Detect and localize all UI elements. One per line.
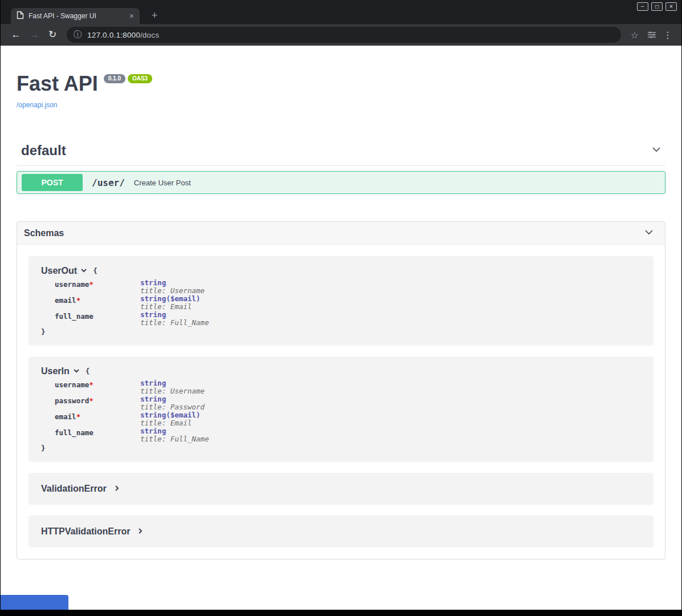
property-title: title: Username (140, 387, 209, 395)
schemas-section: Schemas UserOut { username* string title… (17, 221, 665, 560)
model-toggle[interactable]: UserIn (41, 366, 80, 376)
browser-toolbar: ← → ↻ ⓘ 127.0.0.1:8000/docs ☆ ⋮ (1, 24, 681, 46)
property-row: username* string title: Username (55, 379, 209, 395)
model-toggle[interactable]: UserOut (41, 266, 87, 276)
required-star: * (89, 280, 94, 289)
menu-button[interactable]: ⋮ (661, 30, 675, 40)
oas-badge: OAS3 (128, 74, 152, 83)
chevron-down-icon (651, 144, 662, 157)
minimize-button[interactable]: − (637, 2, 648, 11)
brace-close: } (41, 328, 641, 336)
property-row: email* string($email) title: Email (55, 411, 209, 427)
schemas-title: Schemas (24, 228, 64, 238)
property-title: title: Full_Name (140, 435, 209, 443)
model-rows: username* string title: Username passwor… (55, 379, 209, 443)
property-name: full_name (55, 428, 94, 437)
maximize-button[interactable]: □ (651, 2, 663, 11)
property-name: email (55, 412, 76, 421)
property-title: title: Full_Name (140, 319, 209, 327)
model-properties: username* string title: Username passwor… (55, 379, 209, 443)
brace-close: } (41, 444, 641, 452)
schema-model[interactable]: ValidationError (29, 473, 653, 505)
property-name: email (55, 296, 76, 305)
property-row: password* string title: Password (55, 395, 209, 411)
new-tab-button[interactable]: + (148, 9, 161, 22)
chevron-down-icon (80, 267, 87, 275)
window-controls: − □ × (637, 2, 677, 11)
api-title-text: Fast API (17, 72, 98, 96)
page-icon (17, 11, 24, 22)
status-bubble (1, 595, 68, 610)
swagger-page: Fast API 0.1.0 OAS3 /openapi.json defaul… (1, 72, 681, 560)
forward-button[interactable]: → (26, 27, 43, 43)
schemas-models: UserOut { username* string title: Userna… (17, 245, 665, 559)
property-title: title: Password (140, 403, 209, 411)
required-star: * (89, 396, 94, 405)
chevron-down-icon (643, 226, 655, 240)
model-title: HTTPValidationError (41, 526, 130, 537)
schema-model: UserOut { username* string title: Userna… (29, 256, 653, 346)
tab-strip: − □ × Fast API - Swagger UI × + (1, 0, 681, 24)
endpoint-post-user[interactable]: POST /user/ Create User Post (17, 171, 665, 194)
post-method-badge[interactable]: POST (22, 174, 83, 191)
property-type: string($email) (140, 411, 209, 419)
version-badge: 0.1.0 (104, 74, 125, 83)
tag-section-default: default POST /user/ Create User Post (17, 143, 665, 194)
endpoint-summary: Create User Post (134, 179, 191, 187)
schema-model[interactable]: HTTPValidationError (29, 516, 653, 548)
property-row: username* string title: Username (55, 279, 209, 295)
endpoint-path: /user/ (92, 177, 125, 188)
property-name: username (55, 380, 89, 389)
property-name: password (55, 396, 89, 405)
property-type: string (140, 279, 209, 287)
schema-model: UserIn { username* string title: Usernam… (29, 356, 653, 462)
brace-open: { (93, 267, 98, 275)
browser-window: − □ × Fast API - Swagger UI × + ← → ↻ ⓘ … (1, 0, 681, 610)
api-info: Fast API 0.1.0 OAS3 /openapi.json (17, 72, 665, 110)
url-text: 127.0.0.1:8000/docs (87, 31, 159, 39)
model-properties: username* string title: Username email* … (55, 279, 209, 327)
property-title: title: Email (140, 303, 209, 311)
openapi-link[interactable]: /openapi.json (17, 101, 57, 109)
property-name: full_name (55, 312, 94, 321)
tag-title: default (21, 143, 66, 159)
property-row: full_name string title: Full_Name (55, 427, 209, 443)
url-host: 127.0.0.1:8000 (87, 31, 140, 39)
required-star: * (89, 380, 94, 389)
tab-close-icon[interactable]: × (129, 12, 134, 20)
required-star: * (76, 296, 81, 305)
property-title: title: Username (140, 287, 209, 295)
chevron-right-icon (113, 484, 120, 494)
browser-tools-icon[interactable] (644, 27, 660, 43)
browser-tab[interactable]: Fast API - Swagger UI × (11, 8, 140, 24)
back-button[interactable]: ← (7, 27, 25, 43)
schemas-header[interactable]: Schemas (17, 222, 665, 245)
tab-title: Fast API - Swagger UI (29, 12, 125, 20)
info-icon[interactable]: ⓘ (74, 30, 82, 40)
property-title: title: Email (140, 419, 209, 427)
chevron-down-icon (73, 367, 80, 376)
page-title: Fast API 0.1.0 OAS3 (17, 72, 665, 96)
chevron-right-icon (137, 526, 144, 537)
address-bar[interactable]: ⓘ 127.0.0.1:8000/docs (67, 27, 621, 43)
model-title-row: UserIn { (41, 366, 641, 376)
required-star: * (76, 412, 81, 421)
brace-open: { (86, 367, 90, 375)
tag-section-header[interactable]: default (17, 143, 665, 166)
property-type: string (140, 379, 209, 387)
model-title-row: UserOut { (41, 266, 641, 276)
model-title: UserIn (41, 366, 70, 376)
model-rows: username* string title: Username email* … (55, 279, 209, 327)
property-row: full_name string title: Full_Name (55, 311, 209, 327)
api-badges: 0.1.0 OAS3 (104, 74, 152, 83)
property-name: username (55, 280, 89, 289)
property-type: string (140, 311, 209, 319)
property-type: string (140, 427, 209, 435)
model-title: UserOut (41, 266, 77, 276)
close-button[interactable]: × (665, 2, 677, 11)
property-row: email* string($email) title: Email (55, 295, 209, 311)
property-type: string($email) (140, 295, 209, 303)
bookmark-star-icon[interactable]: ☆ (627, 30, 643, 40)
reload-button[interactable]: ↻ (44, 27, 61, 43)
model-title: ValidationError (41, 484, 107, 494)
